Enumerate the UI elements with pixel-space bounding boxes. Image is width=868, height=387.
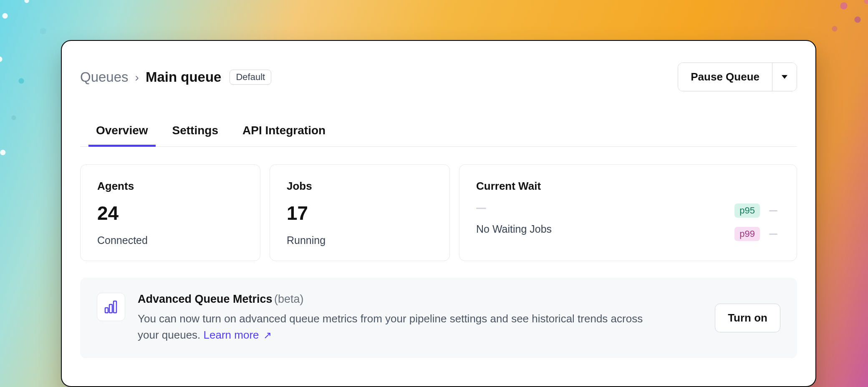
advanced-metrics-promo: Advanced Queue Metrics (beta) You can no… [80,278,797,358]
p95-badge: p95 [734,204,760,218]
turn-on-button[interactable]: Turn on [715,304,780,332]
agents-card: Agents 24 Connected [80,164,260,261]
learn-more-link[interactable]: Learn more [204,329,259,341]
actions-dropdown-button[interactable] [772,63,797,91]
promo-description: You can now turn on advanced queue metri… [138,311,664,343]
wait-value-empty [476,208,486,209]
p95-row: p95 [734,204,777,218]
caret-down-icon [782,75,787,79]
pause-queue-button[interactable]: Pause Queue [678,63,772,91]
promo-title: Advanced Queue Metrics [138,293,273,305]
svg-rect-2 [114,301,116,313]
tab-api-integration[interactable]: API Integration [242,124,326,146]
svg-rect-1 [109,304,112,313]
agents-value: 24 [97,202,243,224]
breadcrumb-root[interactable]: Queues [80,69,129,85]
tab-settings[interactable]: Settings [172,124,218,146]
agents-title: Agents [97,180,243,193]
jobs-title: Jobs [287,180,433,193]
header-row: Queues › Main queue Default Pause Queue [80,63,797,91]
wait-title: Current Wait [476,180,780,193]
breadcrumb: Queues › Main queue Default [80,69,271,85]
tabs: Overview Settings API Integration [80,124,797,147]
agents-sub: Connected [97,234,243,246]
chevron-right-icon: › [135,71,139,84]
wait-sub: No Waiting Jobs [476,223,552,235]
current-wait-card: Current Wait No Waiting Jobs p95 p99 [459,164,797,261]
stats-row: Agents 24 Connected Jobs 17 Running Curr… [80,164,797,261]
p99-value-empty [769,234,777,235]
promo-beta-label: (beta) [274,293,304,305]
jobs-card: Jobs 17 Running [270,164,450,261]
tab-overview[interactable]: Overview [96,124,148,146]
action-button-group: Pause Queue [678,63,797,91]
jobs-sub: Running [287,234,433,246]
bar-chart-icon [103,299,119,314]
external-link-icon: ↗ [261,329,272,341]
p95-value-empty [769,210,777,211]
p99-badge: p99 [734,227,760,241]
promo-icon-box [97,293,125,321]
default-badge: Default [230,70,271,85]
breadcrumb-current: Main queue [146,69,222,85]
jobs-value: 17 [287,202,433,224]
svg-rect-0 [105,308,108,313]
p99-row: p99 [734,227,777,241]
queue-detail-panel: Queues › Main queue Default Pause Queue … [61,40,816,387]
